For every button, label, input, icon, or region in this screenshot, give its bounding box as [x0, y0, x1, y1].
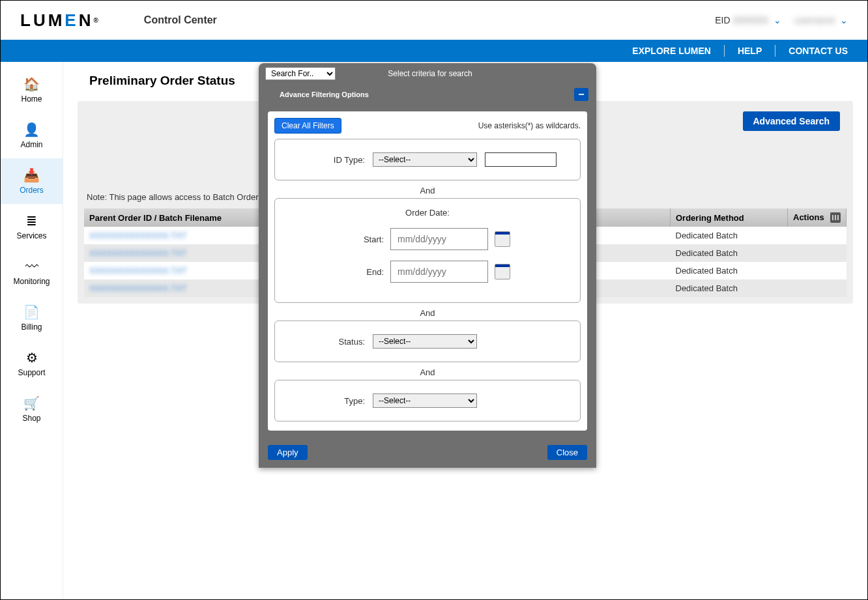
start-date-input[interactable] — [390, 228, 488, 250]
app-name: Control Center — [144, 14, 217, 26]
apply-button[interactable]: Apply — [268, 445, 308, 460]
sidebar-item-monitoring[interactable]: 〰 Monitoring — [1, 250, 63, 295]
id-type-select[interactable]: --Select-- — [373, 152, 477, 167]
sidebar-item-billing[interactable]: 📄 Billing — [1, 295, 63, 341]
sidebar-item-admin[interactable]: 👤 Admin — [1, 113, 63, 158]
id-type-value-input[interactable] — [485, 152, 557, 167]
order-id: XXXXXXXXXXXXXX.TXT — [89, 248, 187, 258]
status-label: Status: — [287, 337, 365, 347]
chevron-down-icon: ⌄ — [774, 15, 781, 25]
actions-cell — [788, 227, 846, 244]
sidebar-label: Services — [16, 231, 46, 240]
and-label: And — [274, 365, 581, 380]
lumen-logo: LUMEN® — [20, 10, 98, 31]
sidebar-label: Home — [21, 94, 42, 104]
modal-top-text: Select criteria for search — [388, 69, 472, 78]
filter-panel: Clear All Filters Use asterisks(*) as wi… — [268, 111, 587, 431]
sidebar-item-orders[interactable]: 📥 Orders — [1, 158, 63, 204]
eid-dropdown[interactable]: EID 0000000 ⌄ — [715, 15, 781, 25]
activity-icon: 〰 — [25, 259, 38, 274]
gear-icon: ⚙ — [26, 350, 38, 365]
sidebar-label: Support — [18, 368, 45, 377]
modal-footer: Apply Close — [259, 440, 596, 468]
type-row: Type: --Select-- — [287, 393, 568, 408]
and-label: And — [274, 183, 581, 198]
start-date-label: Start: — [345, 235, 384, 244]
nav-contact[interactable]: CONTACT US — [788, 46, 848, 56]
logo-part2: N — [79, 10, 94, 31]
col-ordering-method[interactable]: Ordering Method — [671, 208, 788, 227]
invoice-icon: 📄 — [23, 304, 40, 320]
separator — [724, 45, 725, 57]
sidebar-item-support[interactable]: ⚙ Support — [1, 341, 63, 386]
start-date-row: Start: — [287, 228, 568, 250]
ordering-method: Dedicated Batch — [671, 227, 788, 244]
main-layout: 🏠 Home 👤 Admin 📥 Orders ≣ Services 〰 Mon… — [1, 62, 867, 599]
sidebar-item-home[interactable]: 🏠 Home — [1, 67, 63, 113]
end-date-row: End: — [287, 261, 568, 283]
top-header: LUMEN® Control Center EID 0000000 ⌄ user… — [1, 1, 867, 40]
advanced-search-button[interactable]: Advanced Search — [743, 111, 841, 131]
cart-icon: 🛒 — [23, 395, 40, 411]
sidebar: 🏠 Home 👤 Admin 📥 Orders ≣ Services 〰 Mon… — [1, 62, 63, 599]
order-date-filter-box: Order Date: Start: End: — [274, 198, 581, 303]
top-nav-bar: EXPLORE LUMEN HELP CONTACT US — [1, 40, 867, 62]
clear-all-filters-button[interactable]: Clear All Filters — [274, 118, 341, 134]
eid-value: 0000000 — [732, 15, 768, 25]
sidebar-label: Shop — [22, 414, 40, 423]
id-type-label: ID Type: — [287, 155, 365, 165]
status-select[interactable]: --Select-- — [373, 334, 477, 349]
nav-explore[interactable]: EXPLORE LUMEN — [632, 46, 711, 56]
actions-cell — [788, 279, 846, 297]
wildcard-note: Use asterisks(*) as wildcards. — [478, 121, 581, 130]
sidebar-label: Orders — [20, 186, 44, 195]
nav-help[interactable]: HELP — [738, 46, 762, 56]
inbox-icon: 📥 — [23, 167, 40, 183]
type-select[interactable]: --Select-- — [373, 393, 477, 408]
search-for-select[interactable]: Search For.. — [265, 67, 336, 80]
calendar-icon[interactable] — [495, 231, 510, 247]
logo-e: E — [65, 10, 78, 31]
list-icon: ≣ — [26, 213, 37, 229]
sidebar-label: Admin — [20, 140, 42, 149]
advanced-filter-modal: Search For.. Select criteria for search … — [259, 63, 596, 468]
content-area: Preliminary Order Status Advanced Search… — [63, 62, 867, 599]
col-actions[interactable]: Actions — [788, 208, 846, 227]
order-id: XXXXXXXXXXXXXX.TXT — [89, 231, 187, 240]
modal-top-bar: Search For.. Select criteria for search — [259, 63, 596, 84]
sidebar-label: Billing — [21, 322, 42, 332]
actions-cell — [788, 262, 846, 279]
order-id: XXXXXXXXXXXXXX.TXT — [89, 283, 187, 293]
eid-label: EID — [715, 15, 730, 25]
order-date-label: Order Date: — [287, 208, 568, 218]
ordering-method: Dedicated Batch — [671, 279, 788, 297]
logo-part1: LUM — [20, 10, 65, 31]
user-dropdown[interactable]: username ⌄ — [794, 15, 848, 25]
logo-tm: ® — [93, 17, 98, 24]
id-type-row: ID Type: --Select-- — [287, 152, 568, 167]
calendar-icon[interactable] — [495, 264, 510, 279]
columns-icon[interactable] — [830, 212, 841, 223]
chevron-down-icon: ⌄ — [840, 15, 848, 25]
modal-title: Advance Filtering Options — [280, 91, 369, 98]
username: username — [794, 15, 835, 25]
sidebar-item-services[interactable]: ≣ Services — [1, 204, 63, 250]
ordering-method: Dedicated Batch — [671, 244, 788, 262]
and-label: And — [274, 306, 581, 321]
person-icon: 👤 — [23, 122, 40, 137]
status-filter-box: Status: --Select-- — [274, 321, 581, 362]
header-right: EID 0000000 ⌄ username ⌄ — [715, 15, 848, 25]
sidebar-item-shop[interactable]: 🛒 Shop — [1, 386, 63, 432]
separator — [775, 45, 775, 57]
end-date-input[interactable] — [390, 261, 488, 283]
actions-cell — [788, 244, 846, 262]
ordering-method: Dedicated Batch — [671, 262, 788, 279]
modal-title-bar: Advance Filtering Options − — [259, 84, 596, 105]
home-icon: 🏠 — [23, 76, 40, 92]
id-type-filter-box: ID Type: --Select-- — [274, 139, 581, 180]
collapse-button[interactable]: − — [574, 88, 588, 101]
filter-head: Clear All Filters Use asterisks(*) as wi… — [274, 118, 581, 134]
order-id: XXXXXXXXXXXXXX.TXT — [89, 266, 187, 276]
close-button[interactable]: Close — [547, 445, 587, 460]
status-row: Status: --Select-- — [287, 334, 568, 349]
